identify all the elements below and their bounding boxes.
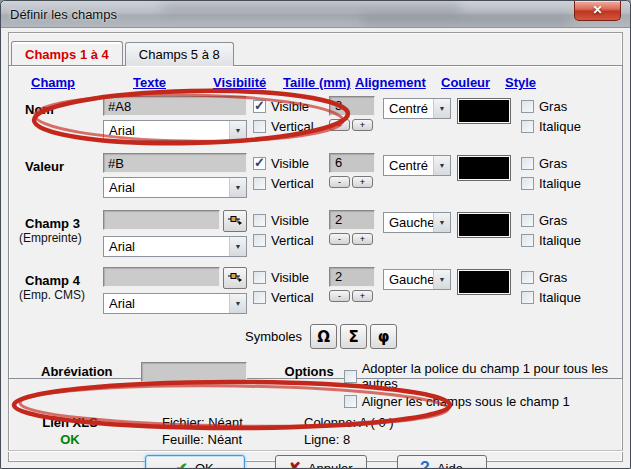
- visible-checkbox[interactable]: [253, 214, 266, 227]
- bold-checkbox[interactable]: [521, 214, 534, 227]
- abbreviation-label: Abréviation: [41, 364, 113, 412]
- field-sublabel: (Empreinte): [17, 231, 97, 245]
- alignment-select[interactable]: Gauche ▼: [383, 269, 451, 290]
- size-field[interactable]: 2: [329, 210, 375, 230]
- bold-label: Gras: [539, 156, 567, 171]
- column-header-visibilite[interactable]: Visibilité: [213, 75, 266, 90]
- visible-checkbox[interactable]: [253, 271, 266, 284]
- color-swatch[interactable]: [457, 212, 511, 238]
- bold-checkbox[interactable]: [521, 271, 534, 284]
- tab-champs-1-a-4[interactable]: Champs 1 à 4: [11, 41, 123, 65]
- cross-icon: ✘: [288, 459, 301, 469]
- align-fields-checkbox[interactable]: [344, 395, 357, 408]
- text-input[interactable]: [103, 210, 220, 230]
- insert-field-button[interactable]: [223, 267, 247, 289]
- abbreviation-options-row: Abréviation Options Adopter la police du…: [17, 358, 614, 412]
- titlebar[interactable]: Définir les champs ✕: [1, 1, 630, 28]
- question-icon: ?: [420, 459, 430, 469]
- vertical-checkbox[interactable]: [253, 177, 266, 190]
- vertical-checkbox[interactable]: [253, 120, 266, 133]
- italic-checkbox[interactable]: [521, 120, 534, 133]
- size-field[interactable]: 2: [329, 267, 375, 287]
- visible-checkbox[interactable]: [253, 157, 266, 170]
- size-increment-button[interactable]: +: [352, 176, 373, 188]
- column-header-texte[interactable]: Texte: [133, 75, 166, 90]
- vertical-checkbox[interactable]: [253, 234, 266, 247]
- size-increment-button[interactable]: +: [352, 119, 373, 131]
- alignment-select[interactable]: Centré ▼: [383, 98, 451, 119]
- size-field[interactable]: 6: [329, 153, 375, 173]
- field-row-valeur: Valeur Arial ▼ Visible Vertical: [17, 153, 614, 202]
- text-input[interactable]: [103, 267, 220, 287]
- alignment-select[interactable]: Gauche ▼: [383, 212, 451, 233]
- column-header-couleur[interactable]: Couleur: [441, 75, 490, 90]
- column-header-taille[interactable]: Taille (mm): [283, 75, 351, 90]
- vertical-label: Vertical: [271, 290, 314, 305]
- italic-label: Italique: [539, 290, 581, 305]
- font-select[interactable]: Arial ▼: [103, 293, 247, 314]
- color-swatch[interactable]: [457, 155, 511, 181]
- insert-field-button[interactable]: [223, 210, 247, 232]
- insert-field-icon: [227, 271, 243, 285]
- size-field[interactable]: 3: [329, 96, 375, 116]
- adopt-font-label: Adopter la police du champ 1 pour tous l…: [362, 361, 614, 391]
- size-decrement-button[interactable]: -: [329, 233, 350, 245]
- size-increment-button[interactable]: +: [352, 290, 373, 302]
- colonne-value: Colonne: A ( 0 ): [304, 414, 478, 431]
- text-input[interactable]: [103, 153, 247, 173]
- color-swatch[interactable]: [457, 98, 511, 124]
- column-header-champ[interactable]: Champ: [31, 75, 75, 90]
- text-input[interactable]: [103, 96, 247, 116]
- italic-checkbox[interactable]: [521, 177, 534, 190]
- vertical-label: Vertical: [271, 119, 314, 134]
- field-row-nom: Nom Arial ▼ Visible Vertical: [17, 96, 614, 145]
- cancel-button[interactable]: ✘ Annuler: [275, 455, 367, 469]
- bold-checkbox[interactable]: [521, 157, 534, 170]
- size-decrement-button[interactable]: -: [329, 176, 350, 188]
- size-increment-button[interactable]: +: [352, 233, 373, 245]
- size-decrement-button[interactable]: -: [329, 119, 350, 131]
- column-header-alignement[interactable]: Alignement: [355, 75, 426, 90]
- close-button[interactable]: ✕: [574, 1, 621, 21]
- visible-label: Visible: [271, 270, 309, 285]
- column-header-style[interactable]: Style: [505, 75, 536, 90]
- chevron-down-icon: ▼: [229, 121, 246, 140]
- tab-strip: Champs 1 à 4 Champs 5 à 8: [11, 41, 623, 65]
- visible-label: Visible: [271, 156, 309, 171]
- symbol-phi-button[interactable]: φ: [370, 324, 397, 349]
- visible-label: Visible: [271, 99, 309, 114]
- italic-checkbox[interactable]: [521, 291, 534, 304]
- bold-label: Gras: [539, 99, 567, 114]
- color-swatch[interactable]: [457, 269, 511, 295]
- adopt-font-checkbox[interactable]: [344, 370, 357, 383]
- font-select[interactable]: Arial ▼: [103, 236, 247, 257]
- chevron-down-icon: ▼: [433, 99, 450, 118]
- window-title: Définir les champs: [10, 7, 117, 22]
- bold-checkbox[interactable]: [521, 100, 534, 113]
- field-label: Champ 3: [17, 210, 97, 231]
- check-icon: ✔: [175, 459, 188, 469]
- tab-control: Champs 1 à 4 Champs 5 à 8 Champ Texte Vi…: [8, 41, 623, 379]
- symbol-omega-button[interactable]: Ω: [310, 324, 337, 349]
- align-fields-label: Aligner les champs sous le champ 1: [362, 394, 570, 409]
- font-select[interactable]: Arial ▼: [103, 177, 247, 198]
- tab-champs-5-a-8[interactable]: Champs 5 à 8: [125, 42, 234, 66]
- abbreviation-input[interactable]: [141, 362, 247, 382]
- italic-checkbox[interactable]: [521, 234, 534, 247]
- symbol-sigma-button[interactable]: Σ: [340, 324, 367, 349]
- close-icon: ✕: [592, 3, 602, 17]
- chevron-down-icon: ▼: [433, 213, 450, 232]
- visible-checkbox[interactable]: [253, 100, 266, 113]
- chevron-down-icon: ▼: [229, 294, 246, 313]
- ligne-value: Ligne: 8: [304, 431, 478, 448]
- alignment-select[interactable]: Centré ▼: [383, 155, 451, 176]
- field-label: Champ 4: [17, 267, 97, 288]
- vertical-checkbox[interactable]: [253, 291, 266, 304]
- size-decrement-button[interactable]: -: [329, 290, 350, 302]
- help-button[interactable]: ? Aide: [397, 455, 487, 469]
- ok-button[interactable]: ✔ OK: [145, 455, 245, 469]
- chevron-down-icon: ▼: [229, 237, 246, 256]
- field-row-champ3: Champ 3 (Empreinte): [17, 210, 614, 259]
- font-select[interactable]: Arial ▼: [103, 120, 247, 141]
- italic-label: Italique: [539, 176, 581, 191]
